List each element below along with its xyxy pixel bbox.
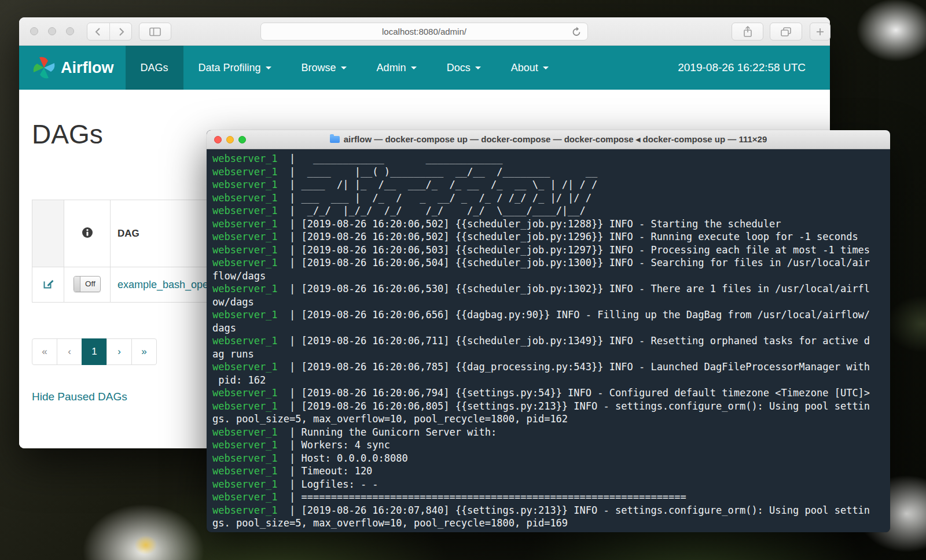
- pagination-button-3[interactable]: 1: [82, 338, 107, 365]
- service-name: webserver_1: [212, 439, 278, 451]
- nav-item-dags[interactable]: DAGs: [126, 46, 183, 90]
- terminal-line: webserver_1 | _/_/ |_/_/ /_/ /_/ /_/ \__…: [212, 204, 890, 218]
- pagination-button-5[interactable]: »: [131, 338, 157, 365]
- terminal-line: webserver_1 | [2019-08-26 16:20:06,503] …: [212, 244, 890, 257]
- utc-clock: 2019-08-26 16:22:58 UTC: [678, 61, 806, 74]
- log-text: | ____ /| |_ /__ ___/_ /_ __ /_ __ \_ | …: [278, 179, 598, 190]
- service-name: webserver_1: [212, 335, 278, 347]
- caret-down-icon: [475, 67, 481, 69]
- back-button[interactable]: [87, 23, 109, 40]
- log-text-wrapped: dags: [212, 322, 236, 334]
- log-text: | [2019-08-26 16:20:06,785] {{dag_proces…: [278, 361, 870, 373]
- service-name: webserver_1: [212, 283, 278, 294]
- show-tabs-button[interactable]: [770, 23, 802, 40]
- service-name: webserver_1: [212, 361, 278, 373]
- log-text: | [2019-08-26 16:20:06,711] {{scheduler_…: [278, 335, 870, 347]
- log-text-wrapped: gs. pool_size=5, max_overflow=10, pool_r…: [212, 413, 568, 425]
- service-name: webserver_1: [212, 153, 278, 164]
- terminal-line: webserver_1 | Running the Gunicorn Serve…: [212, 426, 890, 439]
- pagination-button-1[interactable]: «: [32, 338, 57, 365]
- log-text: | [2019-08-26 16:20:06,656] {{dagbag.py:…: [278, 309, 870, 320]
- airflow-logo-icon: [32, 56, 56, 80]
- brand-name: Airflow: [61, 59, 114, 77]
- new-tab-button[interactable]: [810, 23, 831, 40]
- terminal-titlebar[interactable]: airflow — docker-compose up — docker-com…: [207, 130, 890, 149]
- terminal-line: webserver_1 | [2019-08-26 16:20:06,711] …: [212, 334, 890, 348]
- nav-item-browse[interactable]: Browse: [286, 46, 362, 90]
- caret-down-icon: [543, 67, 549, 69]
- plus-icon: [815, 27, 825, 36]
- terminal-line: webserver_1 | [2019-08-26 16:20:06,502] …: [212, 230, 890, 244]
- dag-column-label: DAG: [117, 228, 139, 239]
- reload-icon[interactable]: [571, 26, 582, 38]
- terminal-window: airflow — docker-compose up — docker-com…: [207, 130, 890, 532]
- terminal-line: webserver_1 | [2019-08-26 16:20:06,794] …: [212, 386, 890, 400]
- terminal-line: webserver_1 | [2019-08-26 16:20:06,785] …: [212, 360, 890, 374]
- dag-pause-toggle[interactable]: Off: [74, 276, 101, 292]
- airflow-navbar: Airflow DAGsData ProfilingBrowseAdminDoc…: [19, 46, 830, 90]
- nav-item-admin[interactable]: Admin: [362, 46, 432, 90]
- browser-minimize-button[interactable]: [48, 27, 56, 35]
- nav-item-label: Admin: [377, 62, 406, 74]
- caret-down-icon: [341, 67, 347, 69]
- pagination-button-4[interactable]: ›: [106, 338, 132, 365]
- sidebar-icon: [149, 27, 161, 37]
- terminal-line: webserver_1 | ==========================…: [212, 491, 890, 504]
- sidebar-button[interactable]: [139, 23, 171, 40]
- service-name: webserver_1: [212, 179, 278, 190]
- chevron-left-icon: [93, 27, 104, 37]
- tabs-icon: [780, 26, 792, 38]
- nav-item-data-profiling[interactable]: Data Profiling: [183, 46, 286, 90]
- pagination: «‹1›»: [32, 338, 157, 365]
- terminal-close-button[interactable]: [214, 136, 222, 143]
- share-button[interactable]: [732, 23, 763, 40]
- hide-paused-dags-link[interactable]: Hide Paused DAGs: [32, 390, 127, 403]
- toggle-handle: [74, 277, 80, 292]
- table-header-info: [64, 200, 111, 267]
- page-title: DAGs: [32, 119, 103, 150]
- log-text: | [2019-08-26 16:20:06,502] {{scheduler_…: [278, 218, 781, 230]
- terminal-line: webserver_1 | [2019-08-26 16:20:06,504] …: [212, 256, 890, 270]
- terminal-line: dags: [212, 322, 890, 335]
- terminal-output[interactable]: webserver_1 | ____________ _____________…: [207, 149, 890, 532]
- log-text: | ___ ___ | /_ / _ __/ _ /_ / /_/ /_ |/ …: [278, 192, 591, 204]
- terminal-line: webserver_1 | Logfiles: - -: [212, 478, 890, 491]
- history-buttons: [87, 23, 132, 40]
- chevron-right-icon: [116, 27, 126, 37]
- nav-item-about[interactable]: About: [496, 46, 564, 90]
- terminal-title: airflow — docker-compose up — docker-com…: [344, 134, 767, 145]
- nav-item-label: DAGs: [141, 62, 168, 74]
- log-text: | Logfiles: - -: [278, 478, 379, 490]
- browser-zoom-button[interactable]: [66, 27, 74, 35]
- service-name: webserver_1: [212, 166, 278, 178]
- edit-dag-icon[interactable]: [42, 282, 54, 292]
- log-text-wrapped: ow/dags: [212, 296, 254, 308]
- log-text: | [2019-08-26 16:20:06,502] {{scheduler_…: [278, 231, 858, 242]
- info-icon: [82, 227, 93, 238]
- navbar-menu: DAGsData ProfilingBrowseAdminDocsAbout: [126, 46, 564, 90]
- browser-close-button[interactable]: [30, 27, 38, 35]
- caret-down-icon: [266, 67, 271, 69]
- nav-item-docs[interactable]: Docs: [432, 46, 496, 90]
- terminal-zoom-button[interactable]: [238, 136, 246, 143]
- terminal-title-group: airflow — docker-compose up — docker-com…: [330, 134, 767, 145]
- log-text: | Running the Gunicorn Server with:: [278, 426, 497, 438]
- forward-button[interactable]: [109, 23, 131, 40]
- service-name: webserver_1: [212, 218, 278, 230]
- service-name: webserver_1: [212, 205, 278, 216]
- log-text-wrapped: ag runs: [212, 348, 254, 360]
- pagination-button-2[interactable]: ‹: [57, 338, 82, 365]
- terminal-line: webserver_1 | [2019-08-26 16:20:06,805] …: [212, 400, 890, 413]
- service-name: webserver_1: [212, 192, 278, 204]
- table-header-blank: [32, 200, 64, 267]
- address-bar[interactable]: localhost:8080/admin/: [260, 23, 588, 40]
- service-name: webserver_1: [212, 244, 278, 256]
- log-text: | [2019-08-26 16:20:06,503] {{scheduler_…: [278, 244, 870, 256]
- log-text: | [2019-08-26 16:20:06,530] {{scheduler_…: [278, 283, 870, 294]
- log-text-wrapped: pid: 162: [212, 374, 266, 386]
- terminal-line: pid: 162: [212, 374, 890, 387]
- service-name: webserver_1: [212, 426, 278, 438]
- url-text: localhost:8080/admin/: [382, 27, 466, 36]
- service-name: webserver_1: [212, 452, 278, 464]
- terminal-minimize-button[interactable]: [226, 136, 234, 143]
